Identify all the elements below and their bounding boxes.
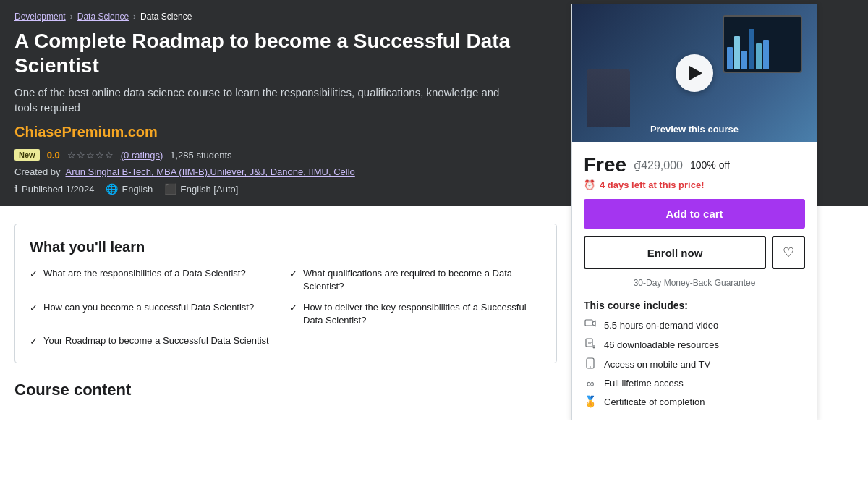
include-lifetime-text: Full lifetime access	[604, 378, 684, 389]
students-count: 1,285 students	[170, 150, 231, 161]
caption-info: ⬛ English [Auto]	[164, 183, 238, 195]
include-certificate: 🏅 Certificate of completion	[584, 395, 805, 408]
info-icon-published: ℹ	[14, 183, 18, 195]
caption-icon: ⬛	[164, 183, 176, 195]
page-wrapper: Development › Data Science › Data Scienc…	[0, 0, 868, 420]
star-1: ☆	[67, 150, 76, 161]
includes-title: This course includes:	[584, 300, 805, 311]
published-info: ℹ Published 1/2024	[14, 183, 94, 195]
certificate-icon: 🏅	[584, 395, 597, 408]
badge-new: New	[14, 149, 40, 161]
course-content-title: Course content	[14, 381, 557, 399]
timer-text: 4 days left at this price!	[600, 179, 705, 190]
guarantee-text: 30-Day Money-Back Guarantee	[584, 278, 805, 288]
include-lifetime: ∞ Full lifetime access	[584, 377, 805, 389]
learn-item-2: ✓ What qualifications are required to be…	[289, 267, 542, 293]
mobile-icon	[584, 357, 597, 371]
star-4: ☆	[95, 150, 104, 161]
price-row: Free ₫429,000 100% off	[584, 153, 805, 177]
check-icon-3: ✓	[30, 302, 38, 315]
creator-label: Created by	[14, 166, 61, 177]
learn-title: What you'll learn	[30, 239, 542, 255]
monitor-screen	[724, 17, 801, 72]
stars: ☆ ☆ ☆ ☆ ☆	[67, 150, 114, 161]
sidebar: Preview this course Free ₫429,000 100% o…	[571, 206, 817, 420]
includes-list: 5.5 hours on-demand video 46 downloada	[584, 318, 805, 408]
caption-text: English [Auto]	[180, 184, 238, 195]
published-text: Published 1/2024	[22, 184, 94, 195]
timer-icon: ⏰	[584, 179, 595, 190]
content-area: What you'll learn ✓ What are the respons…	[0, 206, 868, 420]
breadcrumb-sep-2: ›	[133, 12, 136, 22]
person-silhouette	[587, 69, 630, 127]
learn-item-1-text: What are the responsibilities of a Data …	[43, 267, 246, 280]
add-to-cart-button[interactable]: Add to cart	[584, 199, 805, 229]
include-download: 46 downloadable resources	[584, 338, 805, 352]
breadcrumb-data-science[interactable]: Data Science	[77, 12, 129, 22]
breadcrumb-current: Data Science	[140, 12, 192, 22]
chart-bar-3	[741, 51, 747, 69]
star-3: ☆	[86, 150, 95, 161]
check-icon-4: ✓	[289, 302, 297, 315]
creator-link[interactable]: Arun Singhal B-Tech, MBA (IIM-B),Unileve…	[66, 166, 355, 177]
include-mobile: Access on mobile and TV	[584, 357, 805, 371]
learn-section: What you'll learn ✓ What are the respons…	[14, 224, 557, 363]
price-original: ₫429,000	[634, 158, 683, 172]
svg-rect-0	[585, 320, 592, 326]
video-icon	[584, 318, 597, 332]
check-icon-5: ✓	[30, 335, 38, 348]
learn-item-5-text: Your Roadmap to become a Successful Data…	[43, 334, 269, 347]
learn-grid: ✓ What are the responsibilities of a Dat…	[30, 267, 542, 348]
price-off: 100% off	[690, 159, 730, 171]
check-icon-1: ✓	[30, 268, 38, 281]
preview-label: Preview this course	[572, 124, 817, 135]
learn-item-5: ✓ Your Roadmap to become a Successful Da…	[30, 334, 282, 348]
rating-score: 0.0	[47, 150, 60, 161]
learn-item-3: ✓ How can you become a successful Data S…	[30, 301, 282, 327]
globe-icon: 🌐	[106, 183, 118, 195]
chart-bar-2	[734, 36, 740, 69]
learn-item-1: ✓ What are the responsibilities of a Dat…	[30, 267, 282, 293]
chart-bar-4	[749, 29, 754, 69]
play-button[interactable]	[676, 54, 713, 92]
include-certificate-text: Certificate of completion	[604, 397, 705, 407]
breadcrumb-sep-1: ›	[70, 12, 73, 22]
include-mobile-text: Access on mobile and TV	[604, 359, 710, 370]
price-free: Free	[584, 153, 626, 177]
svg-point-3	[590, 366, 591, 368]
chart-bar-5	[756, 43, 762, 69]
include-video: 5.5 hours on-demand video	[584, 318, 805, 332]
monitor-decoration	[723, 15, 802, 73]
infinity-icon: ∞	[584, 377, 597, 389]
learn-item-4-text: How to deliver the key responsibilities …	[303, 301, 542, 327]
enroll-now-button[interactable]: Enroll now	[584, 236, 766, 269]
wishlist-button[interactable]: ♡	[772, 236, 805, 269]
include-download-text: 46 downloadable resources	[604, 339, 719, 350]
course-subtitle: One of the best online data science cour…	[14, 85, 506, 115]
download-icon	[584, 338, 597, 352]
learn-item-3-text: How can you become a successful Data Sci…	[43, 301, 254, 314]
learn-item-2-text: What qualifications are required to beco…	[303, 267, 542, 293]
rating-count[interactable]: (0 ratings)	[121, 150, 163, 161]
breadcrumb-development[interactable]: Development	[14, 12, 66, 22]
star-2: ☆	[77, 150, 85, 161]
include-video-text: 5.5 hours on-demand video	[604, 320, 718, 331]
enroll-row: Enroll now ♡	[584, 236, 805, 269]
timer-row: ⏰ 4 days left at this price!	[584, 179, 805, 190]
play-triangle	[689, 66, 702, 80]
sidebar-pricing: Free ₫429,000 100% off ⏰ 4 days left at …	[572, 142, 817, 420]
language-info: 🌐 English	[106, 183, 153, 195]
course-title: A Complete Roadmap to become a Successfu…	[14, 29, 564, 77]
sidebar-card: Preview this course Free ₫429,000 100% o…	[571, 4, 817, 420]
chart-bar-6	[763, 40, 769, 69]
heart-icon: ♡	[783, 245, 794, 260]
language-text: English	[122, 184, 153, 195]
star-5: ☆	[105, 150, 114, 161]
chart-bar-1	[727, 47, 733, 69]
learn-item-4: ✓ How to deliver the key responsibilitie…	[289, 301, 542, 327]
main-content: What you'll learn ✓ What are the respons…	[0, 206, 571, 420]
check-icon-2: ✓	[289, 268, 297, 281]
course-preview-image[interactable]: Preview this course	[572, 4, 817, 142]
